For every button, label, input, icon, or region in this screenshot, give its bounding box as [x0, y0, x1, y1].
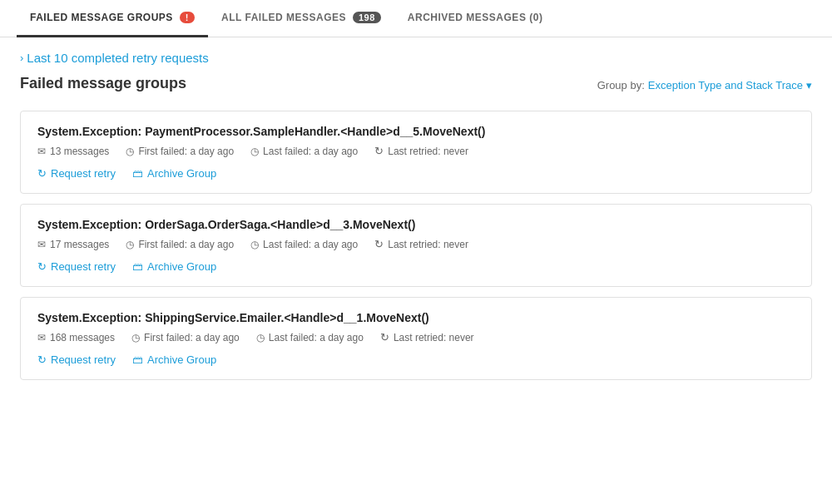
tab-all-failed[interactable]: ALL FAILED MESSAGES 198 — [208, 0, 394, 37]
archive-icon-1: 🗃 — [132, 167, 143, 180]
card-3-last-retried: Last retried: never — [380, 331, 474, 343]
group-by-dropdown[interactable]: Exception Type and Stack Trace ▾ — [648, 79, 812, 91]
request-retry-2-label: Request retry — [51, 260, 116, 273]
card-2-actions: ↻ Request retry 🗃 Archive Group — [37, 260, 795, 273]
cards-list: System.Exception: PaymentProcessor.Sampl… — [20, 111, 812, 380]
envelope-icon-3 — [37, 332, 46, 343]
clock-icon-3 — [126, 239, 134, 250]
chevron-right-icon: › — [20, 52, 23, 64]
retry-link-label: Last 10 completed retry requests — [27, 51, 208, 65]
tab-archived-label: ARCHIVED MESSAGES (0) — [408, 12, 543, 23]
main-content: › Last 10 completed retry requests Faile… — [0, 37, 832, 403]
refresh-icon-1 — [374, 145, 384, 157]
tab-failed-groups[interactable]: FAILED MESSAGE GROUPS ! — [17, 0, 208, 37]
archive-group-1-label: Archive Group — [147, 167, 216, 180]
archive-group-1-button[interactable]: 🗃 Archive Group — [132, 167, 216, 180]
request-retry-3-button[interactable]: ↻ Request retry — [37, 353, 116, 366]
section-title: Failed message groups — [20, 75, 186, 92]
clock-icon-4 — [250, 239, 259, 250]
card-3-meta: 168 messages First failed: a day ago Las… — [37, 331, 795, 343]
card-1-meta: 13 messages First failed: a day ago Last… — [37, 145, 795, 157]
card-2: System.Exception: OrderSaga.OrderSaga.<H… — [20, 204, 812, 287]
refresh-icon-3 — [380, 331, 389, 343]
card-2-last-retried: Last retried: never — [374, 238, 468, 250]
group-by-bar: Group by: Exception Type and Stack Trace… — [597, 79, 812, 91]
card-2-meta: 17 messages First failed: a day ago Last… — [37, 238, 795, 250]
card-3-last-failed: Last failed: a day ago — [256, 332, 364, 343]
archive-icon-3: 🗃 — [132, 353, 143, 366]
card-1-messages: 13 messages — [37, 146, 109, 157]
card-1: System.Exception: PaymentProcessor.Sampl… — [20, 111, 812, 194]
retry-icon-2: ↻ — [37, 260, 47, 273]
card-3-first-failed: First failed: a day ago — [131, 332, 240, 343]
request-retry-1-label: Request retry — [51, 167, 116, 180]
archive-icon-2: 🗃 — [132, 260, 143, 273]
card-1-last-failed: Last failed: a day ago — [250, 146, 358, 157]
archive-group-2-button[interactable]: 🗃 Archive Group — [132, 260, 216, 273]
group-by-value-text: Exception Type and Stack Trace — [648, 79, 803, 91]
retry-icon-3: ↻ — [37, 353, 47, 366]
tab-archived[interactable]: ARCHIVED MESSAGES (0) — [394, 0, 557, 37]
tab-bar: FAILED MESSAGE GROUPS ! ALL FAILED MESSA… — [0, 0, 832, 37]
card-3-title: System.Exception: ShippingService.Emaile… — [37, 311, 795, 324]
archive-group-3-button[interactable]: 🗃 Archive Group — [132, 353, 216, 366]
card-1-actions: ↻ Request retry 🗃 Archive Group — [37, 167, 795, 180]
card-1-title: System.Exception: PaymentProcessor.Sampl… — [37, 125, 795, 138]
refresh-icon-2 — [374, 238, 384, 250]
retry-link[interactable]: › Last 10 completed retry requests — [20, 51, 209, 65]
request-retry-3-label: Request retry — [51, 353, 116, 366]
group-by-label: Group by: — [597, 79, 645, 91]
card-1-first-failed: First failed: a day ago — [126, 146, 234, 157]
request-retry-2-button[interactable]: ↻ Request retry — [37, 260, 116, 273]
failed-groups-badge: ! — [180, 12, 195, 23]
chevron-down-icon: ▾ — [806, 79, 812, 91]
card-2-title: System.Exception: OrderSaga.OrderSaga.<H… — [37, 218, 795, 231]
card-3-actions: ↻ Request retry 🗃 Archive Group — [37, 353, 795, 366]
archive-group-2-label: Archive Group — [147, 260, 216, 273]
clock-icon-2 — [250, 146, 259, 157]
card-1-last-retried: Last retried: never — [374, 145, 468, 157]
card-3: System.Exception: ShippingService.Emaile… — [20, 297, 812, 380]
card-2-first-failed: First failed: a day ago — [126, 239, 234, 250]
request-retry-1-button[interactable]: ↻ Request retry — [37, 167, 116, 180]
tab-failed-groups-label: FAILED MESSAGE GROUPS — [30, 12, 173, 23]
clock-icon-1 — [126, 146, 134, 157]
card-3-messages: 168 messages — [37, 332, 115, 343]
clock-icon-6 — [256, 332, 265, 343]
card-2-messages: 17 messages — [37, 239, 109, 250]
envelope-icon — [37, 146, 46, 157]
all-failed-badge: 198 — [353, 12, 381, 23]
tab-all-failed-label: ALL FAILED MESSAGES — [221, 12, 346, 23]
envelope-icon-2 — [37, 239, 46, 250]
clock-icon-5 — [131, 332, 140, 343]
archive-group-3-label: Archive Group — [147, 353, 216, 366]
card-2-last-failed: Last failed: a day ago — [250, 239, 358, 250]
retry-icon: ↻ — [37, 167, 47, 180]
